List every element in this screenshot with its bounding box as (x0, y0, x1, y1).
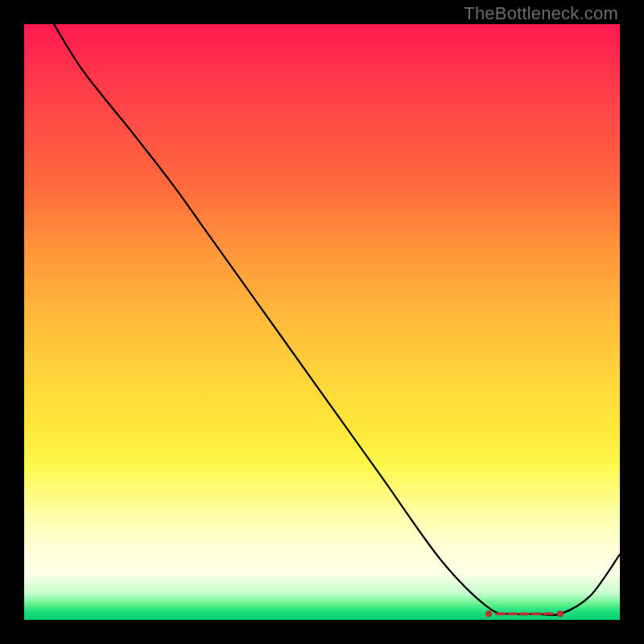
attribution-label: TheBottleneck.com (464, 3, 618, 24)
chart-frame: TheBottleneck.com (0, 0, 644, 644)
optimal-zone-end-dot (485, 611, 492, 617)
bottleneck-curve (54, 24, 620, 615)
optimal-zone-markers (485, 611, 564, 617)
chart-overlay (24, 24, 620, 620)
optimal-zone-end-dot (557, 611, 564, 617)
